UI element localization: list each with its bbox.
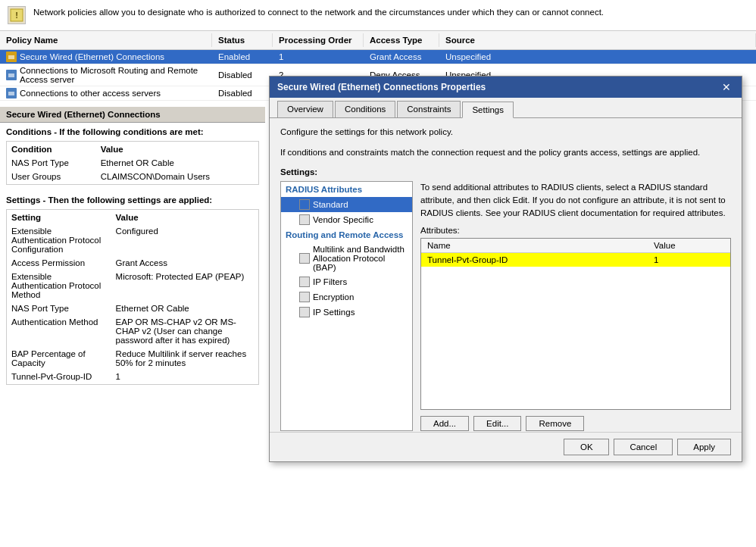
info-icon: ! [8,6,26,24]
attr-name: Tunnel-Pvt-Group-ID [421,253,648,267]
cell-access: Grant Access [364,50,439,64]
col-access-type: Access Type [364,33,439,47]
policy-icon [6,70,17,80]
nav-item-multilink[interactable]: Multilink and Bandwidth Allocation Proto… [281,242,412,274]
tab-conditions[interactable]: Conditions [335,101,395,117]
dialog-titlebar: Secure Wired (Ethernet) Connections Prop… [270,77,742,98]
cell-name: Connections to Microsoft Routing and Rem… [0,64,212,86]
add-button[interactable]: Add... [420,416,469,431]
settings-row: NAS Port TypeEthernet OR Cable [8,302,257,314]
conditions-table: Condition Value NAS Port Type Ethernet O… [7,142,258,184]
settings-cell-setting: Access Permission [8,257,111,269]
properties-dialog: Secure Wired (Ethernet) Connections Prop… [269,76,742,462]
settings-cell-value: Reduce Multilink if server reaches 50% f… [113,348,257,369]
apply-button[interactable]: Apply [677,439,731,455]
cell-status: Disabled [212,64,273,86]
settings-section-label: Settings: [280,167,731,177]
conditions-col-condition: Condition [8,143,96,155]
attributes-table-wrapper: Name Value Tunnel-Pvt-Group-ID 1 [420,238,731,409]
conditions-panel: Condition Value NAS Port Type Ethernet O… [6,141,259,185]
right-pane-description: To send additional attributes to RADIUS … [420,181,731,220]
settings-row: Extensible Authentication Protocol Confi… [8,225,257,255]
svg-rect-7 [8,92,14,95]
col-policy-name: Policy Name [0,33,212,47]
conditions-row: User Groups CLAIMSCON\Domain Users [8,170,257,183]
settings-right-pane: To send additional attributes to RADIUS … [420,181,731,431]
col-processing-order: Processing Order [273,33,364,47]
ipsettings-icon [299,307,310,317]
table-row[interactable]: Secure Wired (Ethernet) Connections Enab… [0,50,756,64]
settings-nav: RADIUS Attributes Standard Vendor Specif… [280,181,413,431]
dialog-title: Secure Wired (Ethernet) Connections Prop… [277,82,486,92]
settings-table: Setting Value Extensible Authentication … [7,210,258,384]
settings-cell-value: Ethernet OR Cable [113,302,257,314]
col-source: Source [439,33,756,47]
conditions-col-value: Value [98,143,257,155]
col-status: Status [212,33,273,47]
main-window: ! Network policies allow you to designat… [0,0,756,547]
remove-button[interactable]: Remove [526,416,584,431]
settings-row: BAP Percentage of CapacityReduce Multili… [8,348,257,369]
dialog-description: Configure the settings for this network … [280,126,731,139]
attr-value: 1 [648,253,730,267]
cancel-button[interactable]: Cancel [614,439,673,455]
settings-row: Tunnel-Pvt-Group-ID1 [8,370,257,383]
cell-name: Secure Wired (Ethernet) Connections [0,50,212,64]
settings-pane: RADIUS Attributes Standard Vendor Specif… [280,181,731,431]
tab-constraints[interactable]: Constraints [397,101,461,117]
nav-item-ip-settings[interactable]: IP Settings [281,305,412,320]
settings-cell-setting: Authentication Method [8,316,111,346]
svg-text:!: ! [15,11,18,20]
settings-cell-setting: NAS Port Type [8,302,111,314]
ok-button[interactable]: OK [564,439,609,455]
conditions-title-label: Conditions - If the following conditions… [0,123,265,141]
standard-icon [299,199,310,210]
settings-panel: Setting Value Extensible Authentication … [6,209,259,385]
radius-attributes-header[interactable]: RADIUS Attributes [281,182,412,197]
settings-cell-setting: BAP Percentage of Capacity [8,348,111,369]
settings-row: Access PermissionGrant Access [8,257,257,269]
dialog-content: Configure the settings for this network … [270,118,742,439]
cell-status: Enabled [212,50,273,64]
dialog-tabs: Overview Conditions Constraints Settings [270,98,742,118]
policy-icon [6,52,17,62]
nav-item-encryption[interactable]: Encryption [281,289,412,305]
tab-overview[interactable]: Overview [277,101,333,117]
dialog-close-button[interactable]: ✕ [719,81,734,93]
settings-cell-value: 1 [113,370,257,383]
settings-cell-setting: Tunnel-Pvt-Group-ID [8,370,111,383]
cell-source: Unspecified [439,50,756,64]
info-text: Network policies allow you to designate … [33,6,604,18]
ipfilters-icon [299,277,310,287]
policy-icon [6,88,17,98]
multilink-icon [299,253,310,264]
settings-cell-value: EAP OR MS-CHAP v2 OR MS-CHAP v2 (User ca… [113,316,257,346]
encryption-icon [299,292,310,302]
info-bar: ! Network policies allow you to designat… [0,0,756,31]
attributes-label: Attributes: [420,226,731,235]
settings-title-label: Settings - Then the following settings a… [0,191,265,209]
left-panel-section-header: Secure Wired (Ethernet) Connections [0,107,265,123]
settings-cell-value: Configured [113,225,257,255]
dialog-description2: If conditions and constraints match the … [280,146,731,159]
dialog-bottom-buttons: OK Cancel Apply [270,432,742,461]
nav-item-standard[interactable]: Standard [281,197,412,212]
settings-cell-setting: Extensible Authentication Protocol Metho… [8,270,111,301]
tab-settings[interactable]: Settings [462,102,514,118]
svg-rect-5 [8,73,14,77]
edit-button[interactable]: Edit... [473,416,521,431]
nav-item-vendor-specific[interactable]: Vendor Specific [281,212,412,227]
nav-item-ip-filters[interactable]: IP Filters [281,274,412,289]
attr-col-value: Value [648,239,730,253]
attr-row[interactable]: Tunnel-Pvt-Group-ID 1 [421,253,730,267]
attributes-table: Name Value Tunnel-Pvt-Group-ID 1 [421,239,730,267]
svg-rect-3 [8,55,14,59]
settings-col-setting: Setting [8,211,111,223]
routing-header[interactable]: Routing and Remote Access [281,227,412,242]
routing-section: Routing and Remote Access Multilink and … [281,227,412,320]
settings-col-value: Value [113,211,257,223]
settings-cell-value: Grant Access [113,257,257,269]
cell-status: Disabled [212,86,273,100]
settings-row: Authentication MethodEAP OR MS-CHAP v2 O… [8,316,257,346]
attr-col-name: Name [421,239,648,253]
